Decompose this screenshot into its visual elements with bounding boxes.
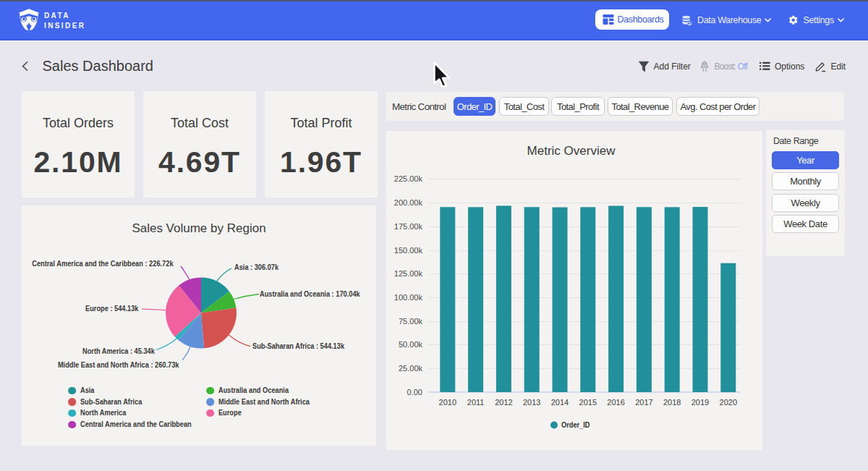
svg-text:225.00k: 225.00k bbox=[394, 174, 423, 183]
svg-text:2015: 2015 bbox=[579, 398, 597, 407]
svg-text:2019: 2019 bbox=[692, 398, 709, 407]
svg-text:2020: 2020 bbox=[720, 398, 737, 407]
svg-text:75.00k: 75.00k bbox=[399, 317, 423, 326]
svg-text:125.00k: 125.00k bbox=[394, 269, 423, 278]
svg-text:0.00: 0.00 bbox=[407, 388, 422, 396]
svg-text:2016: 2016 bbox=[607, 398, 624, 407]
svg-text:2017: 2017 bbox=[635, 398, 652, 407]
svg-text:150.00k: 150.00k bbox=[394, 246, 423, 255]
svg-text:25.00k: 25.00k bbox=[399, 364, 423, 373]
svg-text:200.00k: 200.00k bbox=[394, 198, 423, 207]
svg-text:2018: 2018 bbox=[663, 398, 681, 407]
svg-text:175.00k: 175.00k bbox=[394, 222, 423, 231]
svg-text:2010: 2010 bbox=[439, 398, 456, 407]
svg-text:2011: 2011 bbox=[467, 398, 485, 407]
svg-text:2014: 2014 bbox=[551, 398, 569, 407]
svg-text:50.00k: 50.00k bbox=[399, 340, 423, 349]
svg-text:Metric Overview: Metric Overview bbox=[527, 144, 616, 158]
svg-text:2013: 2013 bbox=[523, 398, 540, 407]
svg-text:100.00k: 100.00k bbox=[394, 293, 423, 302]
svg-text:2012: 2012 bbox=[495, 398, 512, 407]
svg-text:Order_ID: Order_ID bbox=[561, 421, 590, 430]
